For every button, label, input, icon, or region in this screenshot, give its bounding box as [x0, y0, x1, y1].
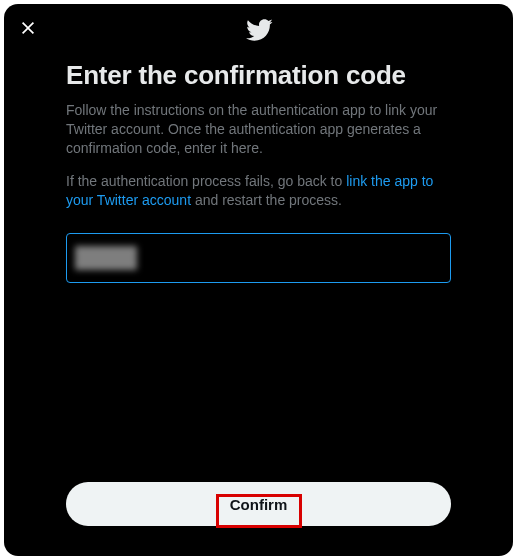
modal-content: Enter the confirmation code Follow the i… — [66, 60, 451, 283]
fallback-text: If the authentication process fails, go … — [66, 172, 451, 210]
page-title: Enter the confirmation code — [66, 60, 451, 91]
confirmation-code-input[interactable] — [66, 233, 451, 283]
close-icon — [18, 18, 38, 38]
confirm-button[interactable]: Confirm — [66, 482, 451, 526]
close-button[interactable] — [18, 18, 38, 38]
fallback-prefix: If the authentication process fails, go … — [66, 173, 346, 189]
fallback-suffix: and restart the process. — [191, 192, 342, 208]
confirmation-code-value — [75, 246, 137, 270]
twitter-logo-icon — [245, 16, 273, 44]
instructions-text: Follow the instructions on the authentic… — [66, 101, 451, 158]
modal-dialog: Enter the confirmation code Follow the i… — [4, 4, 513, 556]
confirm-button-label: Confirm — [230, 496, 288, 513]
